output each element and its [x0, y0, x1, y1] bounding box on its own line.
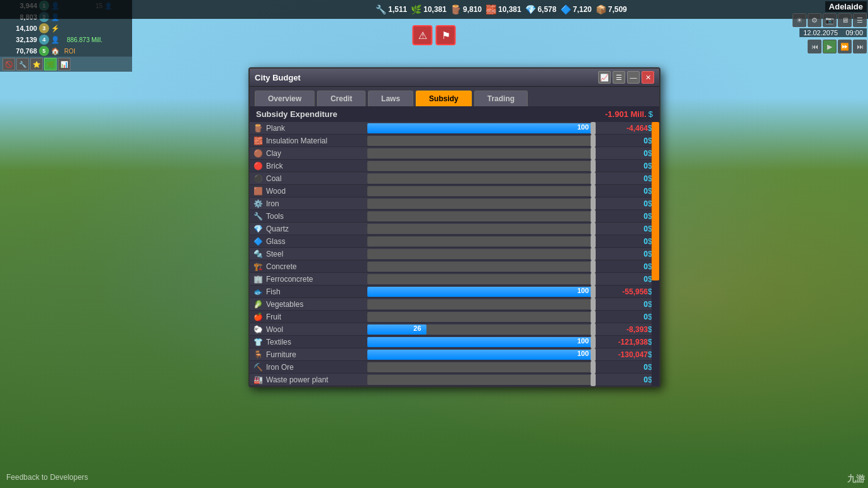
item-name-20: Waste power plant: [266, 375, 364, 384]
slider-9[interactable]: [367, 236, 594, 247]
dialog-minimize-button[interactable]: —: [627, 71, 640, 84]
slider-12[interactable]: [367, 274, 594, 284]
dialog-chart-button[interactable]: 📈: [598, 71, 611, 84]
subsidy-item[interactable]: ⚙️ Iron 0 $: [250, 197, 659, 210]
subsidy-item[interactable]: 🔧 Tools 0 $: [250, 210, 659, 223]
item-name-6: Iron: [266, 199, 364, 208]
slider-5[interactable]: [367, 186, 594, 196]
subsidy-item[interactable]: 🔩 Steel 0 $: [250, 248, 659, 260]
subsidy-item[interactable]: 🐑 Wool 26 -8,393 $: [250, 323, 659, 336]
item-name-12: Ferroconcrete: [266, 275, 364, 284]
subsidy-item[interactable]: 🔴 Brick 0 $: [250, 160, 659, 172]
scroll-indicator[interactable]: [652, 122, 659, 386]
scroll-thumb[interactable]: [652, 122, 659, 280]
tool-icon-2[interactable]: 🔧: [16, 58, 29, 70]
resource-value-4: 6,578: [538, 5, 557, 14]
slider-6[interactable]: [367, 199, 594, 209]
tool-icon-1[interactable]: 🚫: [3, 58, 15, 70]
tr-icon-menu[interactable]: ☰: [853, 13, 867, 27]
slider-tick-11: [591, 260, 596, 273]
stat-row-3: 14,100 3 ⚡: [0, 23, 132, 34]
slider-11[interactable]: [367, 262, 594, 272]
subsidy-item[interactable]: 👕 Textiles 100 -121,938 $: [250, 336, 659, 348]
slider-20[interactable]: [367, 375, 594, 385]
slider-15[interactable]: [367, 312, 594, 322]
slider-17[interactable]: 100: [367, 337, 594, 347]
tab-subsidy[interactable]: Subsidy: [416, 91, 472, 106]
item-icon-6: ⚙️: [252, 198, 264, 209]
slider-8[interactable]: [367, 224, 594, 234]
slider-4[interactable]: [367, 174, 594, 184]
top-right-panel: Adelaide ☀ ⚙ 📷 🖥 ☰ 12.02.2075 09:00 ⏮ ▶ …: [791, 0, 868, 55]
item-icon-0: 🪵: [252, 123, 264, 134]
item-name-9: Glass: [266, 237, 364, 246]
item-name-17: Textiles: [266, 338, 364, 347]
slider-19[interactable]: [367, 362, 594, 372]
slider-3[interactable]: [367, 161, 594, 171]
tab-credit[interactable]: Credit: [317, 91, 365, 106]
item-cost-4: 0: [598, 174, 648, 183]
subsidy-item[interactable]: 🐟 Fish 100 -55,956 $: [250, 286, 659, 298]
city-budget-dialog: City Budget 📈 ☰ — ✕ Overview Credit Laws…: [248, 67, 660, 387]
item-cost-17: -121,938: [598, 338, 648, 347]
slider-10[interactable]: [367, 249, 594, 259]
item-icon-12: 🏢: [252, 274, 264, 285]
resource-value-0: 1,511: [388, 5, 407, 14]
slider-18[interactable]: 100: [367, 350, 594, 360]
subsidy-item[interactable]: 🪵 Plank 100 -4,464 $: [250, 122, 659, 135]
stat-badge-5: 5: [39, 46, 49, 56]
subsidy-item[interactable]: ⛏️ Iron Ore 0 $: [250, 361, 659, 374]
item-icon-20: 🏭: [252, 374, 264, 385]
resource-item-3: 🧱 10,381: [486, 4, 521, 14]
tool-icon-5[interactable]: 📊: [58, 58, 70, 70]
subsidy-item[interactable]: 🥬 Vegetables 0 $: [250, 298, 659, 311]
notif-icon-2[interactable]: ⚑: [436, 25, 456, 45]
item-name-10: Steel: [266, 250, 364, 258]
tab-laws[interactable]: Laws: [368, 91, 413, 106]
play-button[interactable]: ▶: [823, 40, 837, 53]
item-cost-7: 0: [598, 212, 648, 221]
slider-13[interactable]: 100: [367, 287, 594, 297]
tr-icon-settings[interactable]: ⚙: [808, 13, 821, 27]
subsidy-item[interactable]: 🔷 Glass 0 $: [250, 235, 659, 248]
resource-bar: 🔧 1,511 🌿 10,381 🪵 9,810 🧱 10,381 💎 6,57…: [376, 4, 627, 14]
dialog-close-button[interactable]: ✕: [642, 71, 654, 84]
slider-0[interactable]: 100: [367, 123, 594, 133]
subsidy-item[interactable]: 🏭 Waste power plant 0 $: [250, 374, 659, 386]
fast-forward-button[interactable]: ⏩: [838, 40, 852, 53]
slider-1[interactable]: [367, 136, 594, 146]
tr-icon-camera[interactable]: 📷: [823, 13, 837, 27]
tab-overview[interactable]: Overview: [255, 91, 314, 106]
slider-7[interactable]: [367, 211, 594, 221]
skip-forward-button[interactable]: ⏭: [853, 40, 867, 53]
tab-trading[interactable]: Trading: [474, 91, 528, 106]
subsidy-item[interactable]: 🧱 Insulation Material 0 $: [250, 135, 659, 147]
subsidy-item[interactable]: 🪑 Furniture 100 -130,047 $: [250, 348, 659, 361]
tr-icon-sun[interactable]: ☀: [793, 13, 806, 27]
slider-tick-7: [591, 210, 596, 223]
tool-icon-4[interactable]: 🌿: [44, 58, 57, 70]
slider-16[interactable]: 26: [367, 324, 594, 335]
item-cost-9: 0: [598, 237, 648, 246]
subsidy-list[interactable]: 🪵 Plank 100 -4,464 $ 🧱 Insulation Materi…: [250, 122, 659, 386]
subsidy-item[interactable]: 🍎 Fruit 0 $: [250, 311, 659, 323]
subsidy-item[interactable]: 🟫 Wood 0 $: [250, 185, 659, 197]
notif-icon-1[interactable]: ⚠: [413, 25, 433, 45]
slider-14[interactable]: [367, 299, 594, 309]
subsidy-item[interactable]: 🟤 Clay 0 $: [250, 147, 659, 160]
subsidy-item[interactable]: 🏗️ Concrete 0 $: [250, 260, 659, 273]
subsidy-item[interactable]: 🏢 Ferroconcrete 0 $: [250, 273, 659, 286]
date-time: 12.02.2075 09:00: [799, 28, 867, 37]
time: 09:00: [845, 29, 863, 36]
tool-icon-3[interactable]: ⭐: [30, 58, 43, 70]
item-icon-8: 💎: [252, 223, 264, 235]
slider-2[interactable]: [367, 148, 594, 158]
item-name-18: Furniture: [266, 350, 364, 359]
dialog-list-button[interactable]: ☰: [613, 71, 625, 84]
subsidy-item[interactable]: 💎 Quartz 0 $: [250, 223, 659, 235]
skip-back-button[interactable]: ⏮: [808, 40, 821, 53]
item-name-3: Brick: [266, 162, 364, 170]
item-name-2: Clay: [266, 149, 364, 158]
subsidy-item[interactable]: ⚫ Coal 0 $: [250, 172, 659, 185]
tr-icon-screen[interactable]: 🖥: [838, 13, 852, 27]
